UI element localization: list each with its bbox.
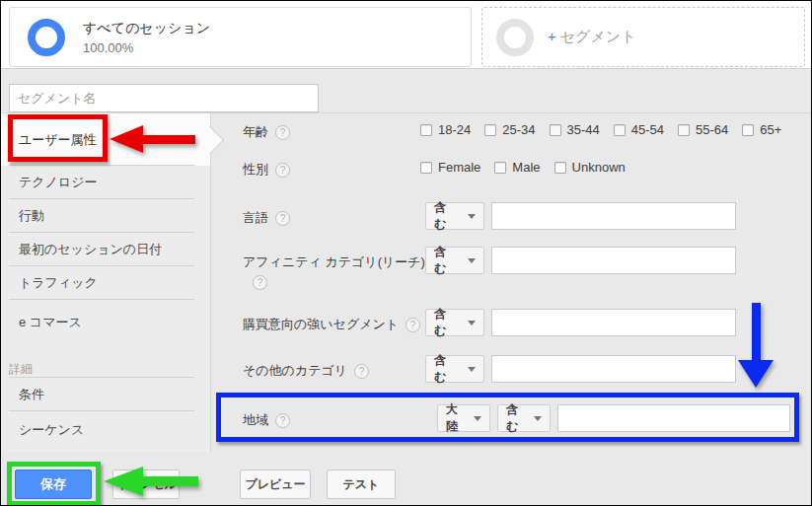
- add-segment-label: セグメント: [560, 28, 636, 44]
- language-label: 言語 ?: [243, 209, 290, 227]
- sidebar-item-ecommerce[interactable]: e コマース: [1, 300, 210, 345]
- checkbox-65plus[interactable]: [742, 124, 754, 136]
- plus-icon: +: [548, 28, 556, 44]
- annotation-blue-arrow-down-icon: [737, 303, 775, 388]
- inmarket-segment-label: 購買意向の強いセグメント ?: [243, 316, 420, 333]
- help-icon[interactable]: ?: [275, 211, 290, 226]
- preview-button[interactable]: プレビュー: [240, 470, 311, 499]
- dropdown-caret-icon: [468, 367, 476, 372]
- test-button[interactable]: テスト: [327, 470, 396, 499]
- sidebar-item-label: e コマース: [19, 314, 82, 331]
- help-icon[interactable]: ?: [406, 318, 420, 332]
- checkbox-45-54[interactable]: [614, 124, 626, 136]
- annotation-green-box: [7, 462, 101, 506]
- sidebar-item-label: シーケンス: [19, 421, 84, 439]
- segment-header-bar: すべてのセッション 100.00% +セグメント: [1, 1, 811, 69]
- segment-builder-panel: すべてのセッション 100.00% +セグメント ユーザー属性 テクノロジー 行…: [0, 0, 812, 506]
- sidebar-item-sequences[interactable]: シーケンス: [1, 411, 210, 449]
- dropdown-caret-icon: [468, 321, 476, 325]
- affinity-operator-dropdown[interactable]: 含む: [425, 247, 484, 274]
- sidebar-item-label: 最初のセッションの日付: [19, 241, 162, 258]
- inmarket-value-input[interactable]: [491, 309, 736, 336]
- checkbox-55-64[interactable]: [678, 124, 690, 136]
- sidebar-item-technology[interactable]: テクノロジー: [1, 166, 210, 199]
- age-checkbox-group: 18-24 25-34 35-44 45-54 55-64 65+: [420, 122, 781, 137]
- dropdown-caret-icon: [468, 258, 476, 263]
- all-sessions-title: すべてのセッション: [83, 20, 210, 37]
- checkbox-25-34[interactable]: [484, 124, 496, 136]
- sidebar-item-first-session-date[interactable]: 最初のセッションの日付: [1, 233, 210, 266]
- other-category-value-input[interactable]: [491, 355, 736, 383]
- all-sessions-donut-icon: [28, 19, 65, 56]
- sidebar-item-conditions[interactable]: 条件: [1, 378, 210, 411]
- dropdown-caret-icon: [468, 214, 476, 219]
- segment-name-input[interactable]: [9, 84, 319, 112]
- affinity-category-label: アフィニティ カテゴリ(リーチ): [243, 253, 425, 271]
- inmarket-operator-dropdown[interactable]: 含む: [425, 309, 484, 336]
- help-icon[interactable]: ?: [354, 364, 369, 379]
- checkbox-35-44[interactable]: [550, 124, 561, 136]
- help-icon[interactable]: ?: [275, 125, 290, 140]
- gender-label: 性別 ?: [243, 161, 290, 179]
- checkbox-female[interactable]: [420, 162, 432, 174]
- help-icon[interactable]: ?: [253, 275, 267, 290]
- checkbox-male[interactable]: [494, 162, 506, 174]
- checkbox-unknown[interactable]: [554, 162, 566, 174]
- other-category-operator-dropdown[interactable]: 含む: [425, 355, 484, 383]
- sidebar-item-label: トラフィック: [19, 274, 98, 292]
- language-value-input[interactable]: [491, 202, 736, 230]
- add-segment-button[interactable]: +セグメント: [481, 7, 805, 67]
- age-label: 年齢 ?: [243, 123, 290, 141]
- checkbox-18-24[interactable]: [420, 124, 432, 136]
- other-category-label: その他のカテゴリ ?: [243, 362, 369, 380]
- language-operator-dropdown[interactable]: 含む: [425, 202, 484, 230]
- affinity-value-input[interactable]: [491, 247, 736, 274]
- help-icon[interactable]: ?: [275, 163, 290, 178]
- sidebar-section-advanced: 詳細: [1, 360, 210, 378]
- annotation-green-arrow-left-icon: [104, 467, 202, 496]
- sidebar-item-label: テクノロジー: [19, 174, 98, 191]
- sidebar-item-behavior[interactable]: 行動: [1, 199, 210, 233]
- sidebar-item-label: 条件: [19, 386, 44, 403]
- segment-category-sidebar: ユーザー属性 テクノロジー 行動 最初のセッションの日付 トラフィック e コマ…: [1, 113, 211, 453]
- annotation-red-box: [8, 114, 108, 162]
- annotation-red-arrow-left-icon: [110, 125, 198, 155]
- all-sessions-percent: 100.00%: [83, 40, 210, 55]
- sidebar-item-traffic[interactable]: トラフィック: [1, 266, 210, 300]
- affinity-help-wrap: ?: [253, 275, 267, 290]
- add-segment-donut-icon: [496, 19, 534, 56]
- sidebar-item-label: 行動: [19, 207, 44, 225]
- annotation-blue-box: [216, 393, 799, 442]
- all-sessions-card[interactable]: すべてのセッション 100.00%: [9, 7, 472, 67]
- gender-checkbox-group: Female Male Unknown: [420, 160, 626, 175]
